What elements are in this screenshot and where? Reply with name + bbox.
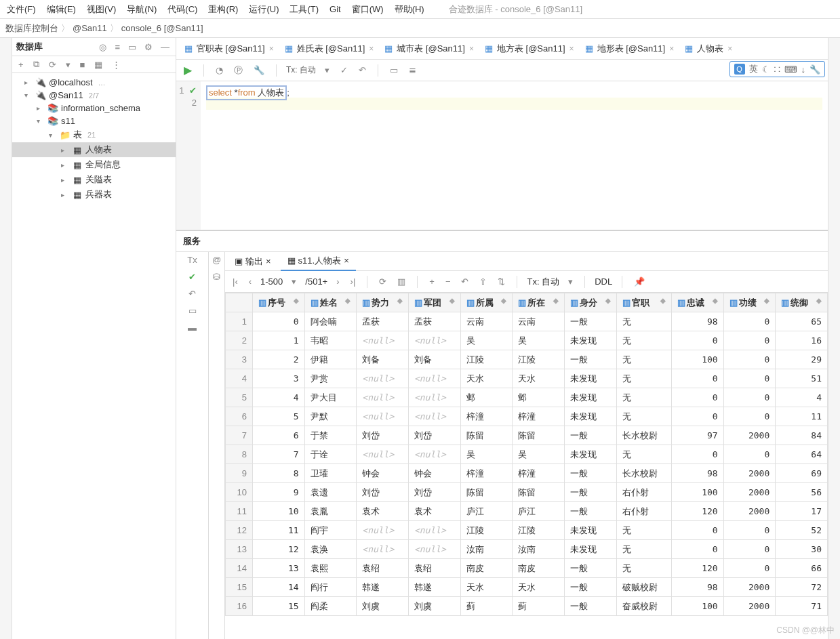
cell[interactable]: 0 [723,559,776,578]
table-row[interactable]: 1312袁涣<null><null>汝南汝南未发现无0030 [226,540,828,559]
cell[interactable]: 蓟 [513,597,565,616]
settings-icon[interactable]: 🔧 [809,64,820,75]
cell[interactable]: 刘备 [357,350,409,369]
cell[interactable]: 卫瓘 [304,464,357,483]
cell[interactable]: 无 [616,407,671,426]
cell[interactable]: 刘岱 [357,426,409,445]
col-header[interactable]: ▥统御◆ [776,293,828,312]
table-row[interactable]: 76于禁刘岱刘岱陈留陈留一般长水校尉97200084 [226,426,828,445]
tree-s11[interactable]: ▾📚s11 [12,115,176,127]
stop-icon[interactable]: ■ [78,60,87,70]
table-row[interactable]: 54尹大目<null><null>邺邺未发现无004 [226,388,828,407]
cell[interactable]: 一般 [564,464,616,483]
editor-tab[interactable]: ▦地形表 [@San11]× [580,40,680,58]
tx-mode-label[interactable]: Tx: 自动 [286,64,316,76]
sort-icon[interactable]: ◆ [397,297,403,304]
cell[interactable]: 江陵 [460,350,513,369]
cell[interactable]: 0 [723,445,776,464]
cell[interactable]: 51 [776,369,828,388]
wrap-icon[interactable]: ≣ [407,65,418,75]
next-page-icon[interactable]: › [334,276,341,287]
cell[interactable]: 98 [671,464,723,483]
cell[interactable]: 一般 [564,597,616,616]
cell[interactable]: 2000 [723,578,776,597]
cell[interactable]: 84 [776,426,828,445]
close-icon[interactable]: × [669,44,674,54]
cell[interactable]: 刘岱 [357,483,409,502]
cell[interactable]: 陈留 [513,426,565,445]
tree-infoschema[interactable]: ▸📚information_schema [12,102,176,115]
cell[interactable]: 未发现 [564,388,616,407]
col-header[interactable]: ▥身分◆ [564,293,616,312]
cell[interactable]: 袁术 [357,502,409,521]
editor-tab[interactable]: ▦人物表× [679,40,738,58]
cell[interactable]: 尹默 [304,407,357,426]
cell[interactable]: 0 [723,350,776,369]
cell[interactable]: <null> [408,445,460,464]
page-range[interactable]: 1-500 [260,276,283,287]
cell[interactable]: 11 [253,521,305,540]
cell[interactable]: 庐江 [460,502,513,521]
keyboard-icon[interactable]: ⌨ [784,64,797,75]
cell[interactable]: 97 [671,426,723,445]
cell[interactable]: 13 [253,559,305,578]
sort-icon[interactable]: ◆ [345,297,351,304]
sort-icon[interactable]: ◆ [553,297,559,304]
cell[interactable]: 无 [616,521,671,540]
tree-localhost[interactable]: ▸🔌@localhost… [12,76,176,89]
menu-code[interactable]: 代码(C) [167,3,197,16]
sort-icon[interactable]: ◆ [605,297,611,304]
sort-icon[interactable]: ◆ [713,297,718,304]
cell[interactable]: 100 [671,350,723,369]
table-row[interactable]: 98卫瓘钟会钟会梓潼梓潼一般长水校尉98200069 [226,464,828,483]
cell[interactable]: 30 [776,540,828,559]
cell[interactable]: <null> [357,540,409,559]
first-page-icon[interactable]: |‹ [231,276,240,287]
ime-switcher[interactable]: Q 英 ☾ ⸬ ⌨ ↓ 🔧 [729,61,826,77]
sort-icon[interactable]: ◆ [816,297,822,304]
cell[interactable]: 98 [671,578,723,597]
cell[interactable]: 陈留 [460,426,513,445]
cell[interactable]: 未发现 [564,369,616,388]
cell[interactable]: <null> [408,331,460,350]
cell[interactable]: 无 [616,540,671,559]
reload-icon[interactable]: ⟳ [377,276,388,287]
remove-row-icon[interactable]: − [443,276,453,287]
cell[interactable]: 7 [253,445,305,464]
chevron-down-icon[interactable]: ▾ [289,276,298,287]
check-icon[interactable]: ✔ [188,272,196,282]
chevron-down-icon[interactable]: ▾ [323,65,332,75]
table-icon[interactable]: ▦ [92,60,104,70]
cell[interactable]: 120 [671,502,723,521]
cell[interactable]: 梓潼 [460,464,513,483]
cell[interactable]: <null> [357,445,409,464]
cell[interactable]: 汝南 [460,540,513,559]
tab-result-table[interactable]: ▦s11.人物表× [281,252,356,271]
cell[interactable]: 0 [723,331,776,350]
tree-table-bingqi[interactable]: ▸▦兵器表 [12,187,176,202]
cell[interactable]: 64 [776,445,828,464]
cell[interactable]: 袁遗 [304,483,357,502]
table-row[interactable]: 1211阎宇<null><null>江陵江陵未发现无0052 [226,521,828,540]
cell[interactable]: 未发现 [564,331,616,350]
ime-opt1-icon[interactable]: ⸬ [774,64,780,75]
col-header[interactable]: ▥所在◆ [513,293,565,312]
close-icon[interactable]: × [369,44,374,54]
tree-table-guanai[interactable]: ▸▦关隘表 [12,172,176,187]
cell[interactable]: 江陵 [513,350,565,369]
cell[interactable]: 0 [671,388,723,407]
cell[interactable]: 江陵 [513,521,565,540]
cell[interactable]: 100 [671,597,723,616]
revert-icon[interactable]: ↶ [459,276,471,287]
prev-page-icon[interactable]: ‹ [247,276,254,287]
cell[interactable]: 72 [776,578,828,597]
cell[interactable]: 10 [253,502,305,521]
cell[interactable]: 尹赏 [304,369,357,388]
cell[interactable]: 云南 [513,312,565,331]
cell[interactable]: 伊籍 [304,350,357,369]
cell[interactable]: 于禁 [304,426,357,445]
menu-nav[interactable]: 导航(N) [127,3,157,16]
cell[interactable]: 0 [671,407,723,426]
last-page-icon[interactable]: ›| [348,276,358,287]
cell[interactable]: 阿会喃 [304,312,357,331]
